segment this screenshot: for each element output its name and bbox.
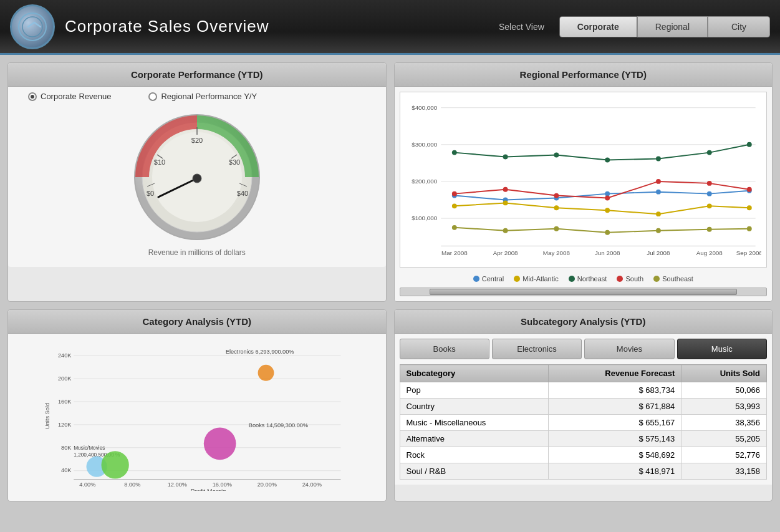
table-row: Soul / R&B$ 418,97133,158 <box>400 463 767 480</box>
legend-dot-midatlantic <box>514 276 520 282</box>
svg-point-16 <box>193 174 201 183</box>
svg-text:Aug 2008: Aug 2008 <box>696 249 723 256</box>
cell-subcategory: Country <box>400 399 549 415</box>
legend-central: Central <box>473 275 504 283</box>
svg-point-56 <box>554 205 559 210</box>
cell-revenue: $ 575,143 <box>549 431 681 447</box>
legend-south: South <box>617 275 643 283</box>
category-analysis-panel: Category Analysis (YTD) Units Sold 240K … <box>7 309 387 501</box>
cell-subcategory: Music - Miscellaneous <box>400 415 549 431</box>
svg-point-47 <box>451 191 456 196</box>
svg-point-39 <box>746 142 751 147</box>
view-buttons: Corporate Regional City <box>559 16 770 37</box>
svg-point-51 <box>656 179 661 184</box>
svg-text:80K: 80K <box>61 445 72 451</box>
cell-revenue: $ 548,692 <box>549 447 681 463</box>
legend-dot-central <box>473 276 479 282</box>
cell-units: 38,356 <box>681 415 767 431</box>
svg-point-35 <box>554 153 559 158</box>
svg-point-90 <box>258 365 274 381</box>
scrollbar-thumb[interactable] <box>430 289 738 295</box>
svg-text:Mar 2008: Mar 2008 <box>441 249 468 256</box>
svg-text:240K: 240K <box>58 352 72 359</box>
legend-dot-northeast <box>569 276 575 282</box>
svg-point-59 <box>706 203 711 208</box>
regional-perf-panel: Regional Performance (YTD) $400,000 $300… <box>394 62 773 302</box>
main-content: Corporate Performance (YTD) Corporate Re… <box>0 55 780 509</box>
gauge-label: Revenue in millions of dollars <box>148 248 246 257</box>
legend-dot-south <box>617 276 623 282</box>
cell-subcategory: Pop <box>400 382 549 399</box>
subcat-table: Subcategory Revenue Forecast Units Sold … <box>400 364 768 480</box>
svg-point-67 <box>746 226 751 231</box>
gauge-svg: $20 $10 $30 $0 $40 <box>128 109 266 246</box>
svg-point-38 <box>706 150 711 155</box>
tab-books[interactable]: Books <box>400 339 489 359</box>
cell-units: 52,776 <box>681 447 767 463</box>
line-chart-area: $400,000 $300,000 $200,000 $100,000 Mar … <box>400 92 768 268</box>
cell-subcategory: Alternative <box>400 431 549 447</box>
svg-point-43 <box>605 191 610 196</box>
svg-point-92 <box>204 427 236 460</box>
svg-text:40K: 40K <box>61 467 72 473</box>
cell-units: 33,158 <box>681 463 767 480</box>
col-subcategory: Subcategory <box>400 365 549 382</box>
svg-point-62 <box>503 228 508 233</box>
table-row: Alternative$ 575,14355,205 <box>400 431 767 447</box>
header: Corporate Sales Overview Select View Cor… <box>0 0 780 55</box>
svg-point-37 <box>656 157 661 162</box>
svg-text:$20: $20 <box>191 137 203 144</box>
cell-units: 55,205 <box>681 431 767 447</box>
cell-subcategory: Rock <box>400 447 549 463</box>
cell-revenue: $ 655,167 <box>549 415 681 431</box>
radio-dot-1 <box>28 92 37 101</box>
svg-point-36 <box>605 157 610 162</box>
svg-text:200K: 200K <box>58 375 72 382</box>
category-analysis-body: Units Sold 240K 200K 160K 120K 80K 40K 4… <box>8 334 386 501</box>
cell-revenue: $ 418,971 <box>549 463 681 480</box>
gauge: $20 $10 $30 $0 $40 <box>128 109 266 246</box>
svg-text:12.00%: 12.00% <box>168 481 187 488</box>
chart-legend: Central Mid-Atlantic Northeast South Sou… <box>400 273 768 285</box>
subcategory-analysis-panel: Subcategory Analysis (YTD) Books Electro… <box>394 309 773 501</box>
regional-perf-title: Regional Performance (YTD) <box>395 63 773 87</box>
category-analysis-title: Category Analysis (YTD) <box>8 310 386 334</box>
subcategory-analysis-body: Books Electronics Movies Music Subcatego… <box>395 334 773 485</box>
cell-subcategory: Soul / R&B <box>400 463 549 480</box>
regional-perf-body: $400,000 $300,000 $200,000 $100,000 Mar … <box>395 87 773 301</box>
svg-point-53 <box>746 187 751 192</box>
tab-electronics[interactable]: Electronics <box>492 339 582 359</box>
view-btn-regional[interactable]: Regional <box>637 16 708 37</box>
corp-perf-title: Corporate Performance (YTD) <box>8 63 386 87</box>
svg-point-96 <box>102 451 129 478</box>
svg-point-65 <box>656 228 661 233</box>
legend-northeast: Northeast <box>569 275 607 283</box>
table-row: Country$ 671,88453,993 <box>400 399 767 415</box>
subcategory-analysis-title: Subcategory Analysis (YTD) <box>395 310 773 334</box>
svg-point-60 <box>746 205 751 210</box>
svg-text:$300,000: $300,000 <box>412 141 438 148</box>
tab-movies[interactable]: Movies <box>584 339 674 359</box>
table-row: Music - Miscellaneous$ 655,16738,356 <box>400 415 767 431</box>
svg-text:16.00%: 16.00% <box>213 481 232 488</box>
legend-southeast: Southeast <box>653 275 693 283</box>
line-chart-svg: $400,000 $300,000 $200,000 $100,000 Mar … <box>405 97 762 259</box>
svg-point-58 <box>656 211 661 216</box>
corp-perf-panel: Corporate Performance (YTD) Corporate Re… <box>7 62 387 302</box>
chart-scrollbar[interactable] <box>400 288 768 296</box>
svg-text:4.00%: 4.00% <box>79 481 95 488</box>
svg-point-33 <box>451 150 456 155</box>
view-btn-corporate[interactable]: Corporate <box>559 16 637 37</box>
svg-text:Jul 2008: Jul 2008 <box>647 249 670 256</box>
table-row: Rock$ 548,69252,776 <box>400 447 767 463</box>
svg-point-61 <box>451 225 456 230</box>
svg-text:Profit Margin: Profit Margin <box>190 488 226 491</box>
cell-revenue: $ 671,884 <box>549 399 681 415</box>
view-btn-city[interactable]: City <box>708 16 770 37</box>
radio-regional-yy[interactable]: Regional Performance Y/Y <box>148 92 257 101</box>
radio-corporate-revenue[interactable]: Corporate Revenue <box>28 92 111 101</box>
radio-row: Corporate Revenue Regional Performance Y… <box>16 92 257 101</box>
tab-music[interactable]: Music <box>677 339 767 359</box>
svg-point-64 <box>605 230 610 235</box>
svg-text:$30: $30 <box>229 158 240 166</box>
